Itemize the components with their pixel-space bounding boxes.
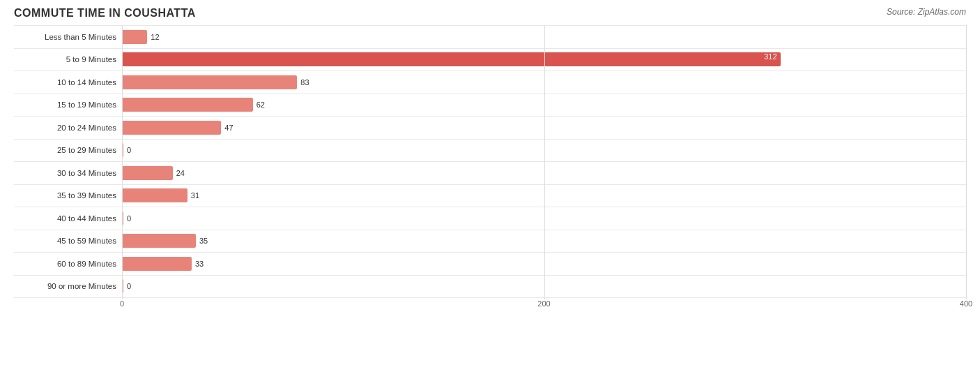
bar-value: 0 bbox=[127, 214, 131, 223]
bars-area: Less than 5 Minutes125 to 9 Minutes31210… bbox=[14, 25, 966, 313]
bar-value: 83 bbox=[300, 78, 309, 87]
bar-fill bbox=[122, 234, 196, 248]
chart-body: Less than 5 Minutes125 to 9 Minutes31210… bbox=[14, 25, 966, 313]
bar-track: 62 bbox=[122, 94, 966, 117]
x-axis-tick: 400 bbox=[960, 299, 972, 308]
bar-row: 10 to 14 Minutes83 bbox=[14, 71, 966, 94]
bar-row: Less than 5 Minutes12 bbox=[14, 25, 966, 49]
grid-line bbox=[966, 25, 967, 299]
bar-fill bbox=[122, 30, 147, 44]
chart-container: COMMUTE TIME IN COUSHATTA Source: ZipAtl… bbox=[0, 0, 980, 365]
bar-fill bbox=[122, 75, 297, 89]
bar-track: 0 bbox=[122, 207, 966, 230]
bar-fill bbox=[122, 121, 221, 135]
bar-label: 30 to 34 Minutes bbox=[14, 169, 122, 177]
bar-row: 35 to 39 Minutes31 bbox=[14, 185, 966, 208]
bar-value: 24 bbox=[176, 169, 185, 177]
chart-source: Source: ZipAtlas.com bbox=[887, 7, 966, 17]
bar-row: 90 or more Minutes0 bbox=[14, 276, 966, 299]
bar-row: 30 to 34 Minutes24 bbox=[14, 162, 966, 185]
bar-label: 5 to 9 Minutes bbox=[14, 55, 122, 64]
bar-label: 25 to 29 Minutes bbox=[14, 146, 122, 154]
bar-value: 31 bbox=[191, 191, 199, 200]
bar-label: 10 to 14 Minutes bbox=[14, 78, 122, 87]
bar-track: 0 bbox=[122, 140, 966, 162]
bar-label: Less than 5 Minutes bbox=[14, 33, 122, 41]
bar-row: 20 to 24 Minutes47 bbox=[14, 117, 966, 140]
bar-fill bbox=[122, 211, 123, 225]
bar-label: 35 to 39 Minutes bbox=[14, 191, 122, 200]
bar-track: 35 bbox=[122, 230, 966, 253]
bar-track: 12 bbox=[122, 26, 966, 48]
bar-label: 20 to 24 Minutes bbox=[14, 124, 122, 132]
bar-label: 15 to 19 Minutes bbox=[14, 100, 122, 109]
bar-value: 47 bbox=[224, 124, 233, 132]
bar-row: 60 to 89 Minutes33 bbox=[14, 253, 966, 276]
bar-label: 40 to 44 Minutes bbox=[14, 214, 122, 223]
bar-label: 90 or more Minutes bbox=[14, 282, 122, 290]
chart-header: COMMUTE TIME IN COUSHATTA Source: ZipAtl… bbox=[14, 7, 966, 20]
bar-track: 312 bbox=[122, 49, 966, 71]
bar-fill bbox=[122, 188, 187, 202]
bar-row: 25 to 29 Minutes0 bbox=[14, 140, 966, 163]
bar-fill: 312 bbox=[122, 52, 781, 66]
bar-track: 0 bbox=[122, 276, 966, 298]
bar-fill bbox=[122, 257, 192, 271]
chart-title: COMMUTE TIME IN COUSHATTA bbox=[14, 7, 196, 20]
bar-track: 47 bbox=[122, 117, 966, 139]
bar-row: 5 to 9 Minutes312 bbox=[14, 49, 966, 72]
bar-value: 62 bbox=[257, 100, 265, 109]
bar-value: 33 bbox=[195, 260, 204, 268]
bar-fill bbox=[122, 98, 253, 112]
bar-fill bbox=[122, 143, 123, 157]
bar-fill bbox=[122, 166, 173, 180]
bar-track: 33 bbox=[122, 253, 966, 275]
bar-row: 15 to 19 Minutes62 bbox=[14, 94, 966, 117]
bar-label: 45 to 59 Minutes bbox=[14, 237, 122, 245]
bar-label: 60 to 89 Minutes bbox=[14, 260, 122, 268]
bar-track: 24 bbox=[122, 162, 966, 184]
bar-fill bbox=[122, 279, 123, 293]
x-axis-tick: 0 bbox=[120, 299, 124, 308]
bar-value: 0 bbox=[127, 282, 131, 290]
bar-row: 45 to 59 Minutes35 bbox=[14, 230, 966, 253]
x-axis: 0200400 bbox=[122, 299, 966, 313]
bar-value: 0 bbox=[127, 146, 131, 154]
bar-value: 35 bbox=[199, 237, 208, 245]
bar-track: 31 bbox=[122, 185, 966, 207]
x-axis-tick: 200 bbox=[537, 299, 550, 308]
bar-row: 40 to 44 Minutes0 bbox=[14, 207, 966, 230]
bar-track: 83 bbox=[122, 71, 966, 94]
bar-value: 312 bbox=[764, 52, 776, 61]
bar-value: 12 bbox=[151, 33, 159, 41]
